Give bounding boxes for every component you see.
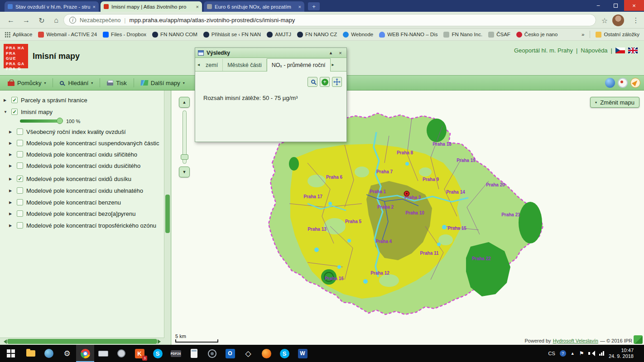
bookmark-webmail[interactable]: Webmail - ACTIVE 24 [38,32,97,38]
tabs-scroll-left-icon[interactable]: ◂ [196,62,201,71]
taskbar-chrome-active[interactable] [76,345,94,362]
result-zoom-button[interactable] [308,77,317,87]
help-link[interactable]: Nápověda [581,47,607,54]
taskbar-dropbox[interactable]: ◇ [239,345,257,362]
slider-track[interactable] [20,119,62,123]
layer-row-oxidy-dusiku[interactable]: ▶ ✓ Modelové pole koncentrací oxidů dusí… [9,174,131,184]
info-icon[interactable]: i [69,17,76,24]
slider-handle[interactable] [57,118,63,124]
window-maximize-button[interactable] [607,0,624,11]
defender-flag-icon[interactable]: ⚑ [579,350,584,357]
taskbar-spiral-app[interactable] [203,345,221,362]
results-panel[interactable]: Výsledky ▴ × ◂ zemí Městské části NOₓ - … [195,48,347,142]
network-icon[interactable] [599,351,604,356]
location-marker[interactable] [404,191,409,196]
zoom-control[interactable]: ▲ ▼ [179,97,190,177]
new-tab-button[interactable]: + [308,2,320,10]
bookmark-dropbox-files[interactable]: Files - Dropbox [103,32,146,38]
layer-row-oxid-dusicity[interactable]: ▶ Modelová pole koncentrací oxidu dusiči… [9,161,140,171]
taskbar-skype-2[interactable]: S [275,345,293,362]
layer-row-imisni-mapy[interactable]: ▼ ✓ Imisní mapy [4,107,53,117]
layer-checkbox[interactable] [17,162,23,169]
scroll-left-icon[interactable] [1,339,7,344]
layer-checkbox[interactable]: ✓ [11,109,18,115]
window-minimize-button[interactable]: – [590,0,607,11]
expand-arrow-icon[interactable]: ▶ [9,189,14,193]
tisk-button[interactable]: Tisk [103,78,130,88]
tab-close-icon[interactable]: × [298,4,301,10]
taskbar-file-explorer[interactable] [22,345,40,362]
layer-checkbox[interactable]: ✓ [17,176,23,182]
taskbar-outlook[interactable]: O [221,345,239,362]
home-icon[interactable]: ⌂ [51,15,62,26]
change-map-button[interactable]: ▾ Změnit mapu [590,97,639,108]
layer-checkbox[interactable] [17,222,23,229]
zoom-slider-track[interactable] [183,110,187,164]
taskbar-skype-1[interactable]: S [149,345,167,362]
taskbar-calculator[interactable] [185,345,203,362]
bookmarks-overflow-chevron[interactable]: » [582,32,584,37]
collapse-panel-icon[interactable]: ▴ [327,50,334,56]
expand-arrow-icon[interactable]: ▶ [4,98,8,102]
ipr-logo-icon[interactable] [634,335,643,344]
expand-arrow-icon[interactable]: ▶ [9,212,14,216]
result-add-button[interactable]: + [320,77,330,87]
window-close-button[interactable]: × [624,0,644,11]
zoom-in-button[interactable]: ▲ [179,97,190,108]
layer-checkbox[interactable] [17,187,23,194]
expand-arrow-icon[interactable]: ▶ [9,224,14,228]
hledani-button[interactable]: Hledání ▾ [56,78,97,88]
zoom-out-button[interactable]: ▼ [179,167,190,177]
layer-checkbox[interactable] [17,140,23,146]
geoportal-link[interactable]: Geoportál hl. m. Prahy [514,47,573,54]
profile-avatar[interactable] [612,14,624,26]
layer-row-bezoapyren[interactable]: ▶ Modelové pole koncentrací bezo[a]pyren… [9,209,135,219]
praha-logo[interactable]: PRA HA PRA GUE PRA GA PRA G [4,44,28,68]
taskbar-keyboard-app[interactable] [94,345,112,362]
expand-arrow-icon[interactable]: ▶ [9,200,14,205]
browser-tab-3[interactable]: Euro 6 snižuje NOx, ale prozatím × [204,1,304,12]
pomucky-button[interactable]: Pomůcky ▾ [4,78,50,88]
taskbar-clock[interactable]: 10:47 24. 9. 2018 [609,348,634,359]
sidebar-vertical-scrollbar[interactable] [164,90,171,345]
taskbar-orange-app[interactable] [257,345,275,362]
layer-row-oxid-siricity[interactable]: ▶ Modelová pole koncentrací oxidu siřiči… [9,149,137,159]
bookmark-csaf[interactable]: ČSAF [488,32,510,38]
help-tray-icon[interactable]: ? [560,350,566,357]
hydrosoft-link[interactable]: Hydrosoft Veleslavín [553,338,598,343]
layer-row-suspendovane-castice[interactable]: ▶ Modelová pole koncentrací suspendovaný… [9,138,159,148]
layer-checkbox[interactable] [17,199,23,205]
uk-flag-icon[interactable] [628,48,638,53]
volume-icon[interactable] [588,351,595,356]
browser-tab-1[interactable]: Stav ovzduší v hl.m. Praze - struč × [5,1,99,12]
collapse-arrow-icon[interactable]: ▼ [4,110,8,114]
back-icon[interactable]: ← [5,15,16,26]
taskbar-settings[interactable]: ⚙ [58,345,76,362]
language-indicator[interactable]: CS [548,351,555,356]
other-bookmarks-button[interactable]: Ostatní záložky [596,32,639,38]
scroll-right-icon[interactable] [158,339,163,344]
layer-row-oxid-uhelnaty[interactable]: ▶ Modelové pole koncentrací oxidu uhelna… [9,186,143,195]
sidebar-horizontal-scrollbar[interactable] [0,338,164,345]
bookmark-star-icon[interactable]: ☆ [600,15,610,26]
layer-checkbox[interactable]: ✓ [11,97,18,103]
expand-arrow-icon[interactable]: ▶ [9,152,14,157]
scrollbar-thumb[interactable] [7,339,157,344]
browser-menu-icon[interactable]: ⋮ [631,15,640,26]
address-bar[interactable]: i Nezabezpečeno | mpp.praha.eu/app/map/a… [63,14,596,26]
bookmark-prihlasit[interactable]: Přihlásit se ‹ FN NAN [203,32,261,38]
expand-arrow-icon[interactable]: ▶ [9,164,14,168]
close-panel-icon[interactable]: × [337,50,344,56]
layer-checkbox[interactable] [17,210,23,217]
bookmark-fn-nano-com[interactable]: FN NANO COM [152,32,197,38]
zoom-slider-handle[interactable] [181,154,188,160]
bookmark-web-fn-nano[interactable]: WEB FN-NANO – Dis [379,32,437,38]
dalsi-mapy-button[interactable]: Další mapy ▾ [137,78,189,88]
layer-checkbox[interactable] [17,151,23,157]
reload-icon[interactable]: ↻ [36,15,47,26]
bookmark-fn-nano-cz[interactable]: FN NANO CZ [297,32,337,38]
browser-tab-2-active[interactable]: Imisní mapy | Atlas životního pro × [101,1,202,12]
tab-uzemi[interactable]: zemí [201,59,223,71]
result-pan-button[interactable] [332,77,342,87]
tabs-scroll-right-icon[interactable]: ▸ [331,62,336,71]
